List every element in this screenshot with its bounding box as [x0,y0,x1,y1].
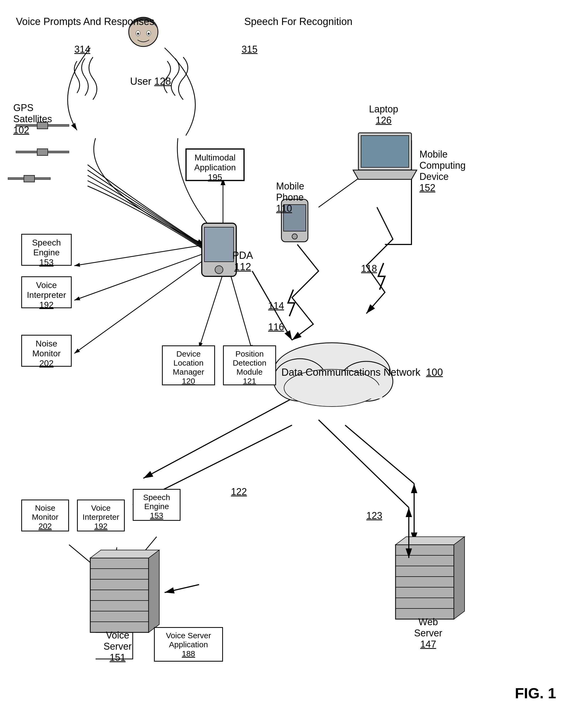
label-314: 314 [74,44,90,55]
svg-rect-34 [8,178,24,180]
label-118: 118 [361,263,377,274]
user-label: User 128 [130,76,171,87]
voice-server-label: VoiceServer151 [104,630,132,663]
multimodal-app-box: MultimodalApplication195 [186,149,244,181]
svg-point-39 [137,33,139,35]
mobile-computing-label: MobileComputingDevice152 [419,149,466,194]
voice-interpreter-box-2: VoiceInterpreter192 [77,500,125,531]
gps-label: GPSSatellites102 [13,102,52,136]
label-114: 114 [268,300,284,312]
noise-monitor-box-2: NoiseMonitor202 [21,500,69,531]
diagram: Voice Prompts And Responses 314 Speech F… [0,0,588,723]
svg-point-40 [148,33,150,35]
laptop-label: Laptop126 [369,104,398,126]
svg-rect-33 [24,175,35,182]
svg-rect-12 [396,545,454,619]
svg-rect-31 [16,151,37,153]
pda-label: PDA112 [232,250,253,273]
speech-recognition-label: Speech For Recognition [244,16,353,27]
svg-point-21 [215,266,223,274]
svg-rect-32 [48,151,69,153]
speech-engine-box-2: SpeechEngine153 [133,489,181,521]
svg-rect-35 [35,178,50,180]
data-network-label: Data Communications Network 100 [281,367,443,378]
voice-prompts-label: Voice Prompts And Responses [16,16,154,27]
voice-interpreter-box-1: VoiceInterpreter192 [21,276,72,308]
label-123: 123 [366,510,382,521]
speech-engine-box-1: SpeechEngine153 [21,234,72,266]
noise-monitor-box-1: NoiseMonitor202 [21,335,72,367]
position-detection-box: PositionDetectionModule121 [223,345,276,385]
mobile-phone-label: MobilePhone110 [276,181,304,214]
voice-server-app-box: Voice ServerApplication188 [154,627,223,662]
svg-rect-30 [37,149,48,156]
web-server-label: WebServer147 [414,617,442,650]
svg-rect-5 [90,558,149,632]
label-315: 315 [241,44,257,55]
svg-rect-4 [292,385,382,399]
device-location-box: DeviceLocationManager120 [162,345,215,385]
fig-label: FIG. 1 [515,684,556,702]
label-116: 116 [268,322,284,333]
svg-rect-20 [204,227,234,262]
svg-point-24 [292,234,297,239]
label-122: 122 [231,486,247,497]
svg-rect-26 [361,136,409,167]
